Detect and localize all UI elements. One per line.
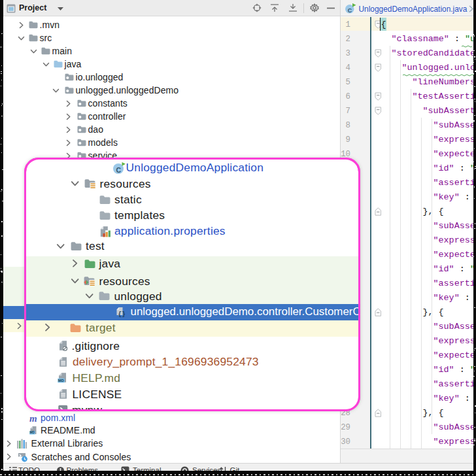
svg-text:C: C — [348, 7, 352, 13]
svg-text:MD: MD — [30, 431, 35, 434]
